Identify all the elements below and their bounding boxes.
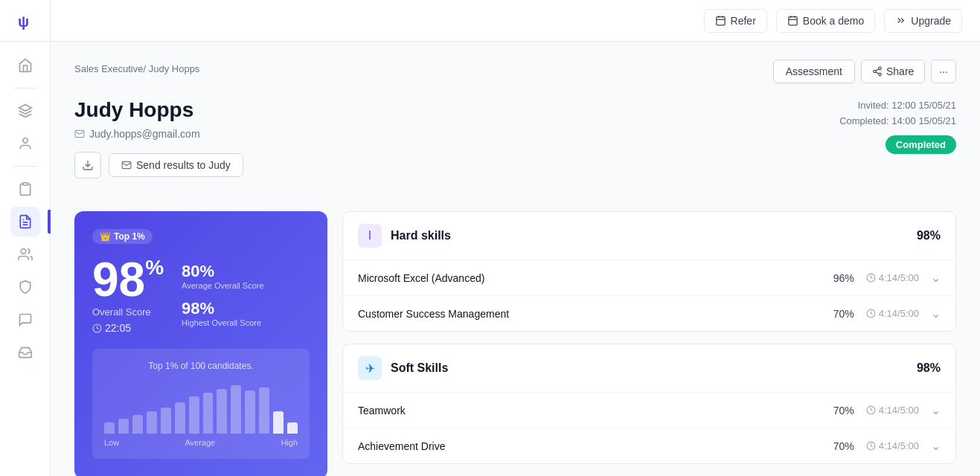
chevron-achievement[interactable]: ⌄ <box>931 439 941 453</box>
sidebar-item-layers[interactable] <box>10 96 40 126</box>
bar-3 <box>147 411 157 434</box>
completed-date: Completed: 14:00 15/05/21 <box>839 114 956 129</box>
soft-skills-section: ✈ Soft Skills 98% Teamwork 70% 4:14/5 <box>342 344 956 464</box>
bar-10 <box>245 390 255 434</box>
email-icon <box>74 129 85 139</box>
download-button[interactable] <box>74 152 101 178</box>
download-icon <box>82 159 94 171</box>
sidebar: ψ <box>0 0 51 476</box>
candidate-status: Invited: 12:00 15/05/21 Completed: 14:00… <box>839 98 956 154</box>
soft-skills-icon: ✈ <box>358 356 382 380</box>
high-score-label: Highest Overall Score <box>182 318 263 327</box>
svg-line-19 <box>876 69 879 71</box>
sidebar-item-inbox[interactable] <box>10 338 40 367</box>
results-section: 👑 Top 1% 98 % Overall Score 22:05 <box>74 211 956 476</box>
refer-label: Refer <box>731 15 756 27</box>
time-icon-teamwork <box>866 405 876 415</box>
bar-4 <box>161 408 171 434</box>
book-demo-label: Book a demo <box>803 15 865 27</box>
sidebar-divider-2 <box>13 166 37 167</box>
chevron-excel[interactable]: ⌄ <box>931 271 941 285</box>
assessment-button[interactable]: Assessment <box>773 60 855 83</box>
refer-button[interactable]: Refer <box>704 9 767 33</box>
bar-7 <box>203 393 214 434</box>
candidate-name: Judy Hopps <box>74 98 243 122</box>
skill-time-csm: 4:14/5:00 <box>866 308 919 319</box>
action-buttons: Send results to Judy <box>74 152 243 178</box>
skill-row-teamwork: Teamwork 70% 4:14/5:00 ⌄ <box>343 393 955 428</box>
dist-title: Top 1% of 100 candidates. <box>104 361 298 371</box>
time-icon-achievement <box>866 441 876 451</box>
bar-12 <box>273 411 284 434</box>
share-button[interactable]: Share <box>861 60 925 83</box>
calendar-icon <box>787 15 798 26</box>
soft-skills-name: Soft Skills <box>391 361 448 375</box>
skill-pct-teamwork: 70% <box>833 405 854 416</box>
bar-6 <box>189 396 199 434</box>
bar-2 <box>132 415 143 434</box>
skill-row-excel: Microsoft Excel (Advanced) 96% 4:14/5:00… <box>343 260 955 296</box>
breadcrumb-text: Sales Executive/ Judy Hopps <box>74 63 199 74</box>
bar-1 <box>118 419 129 434</box>
bar-5 <box>175 402 185 434</box>
status-badge: Completed <box>885 135 956 154</box>
content-area: Sales Executive/ Judy Hopps Assessment S… <box>51 42 980 476</box>
dist-labels: Low Average High <box>104 438 298 447</box>
score-stats: 80% Average Overall Score 98% Highest Ov… <box>182 256 263 327</box>
svg-point-6 <box>21 249 26 254</box>
skill-row-csm: Customer Success Management 70% 4:14/5:0… <box>343 296 955 331</box>
skill-time-excel: 4:14/5:00 <box>866 272 919 283</box>
top-badge: 👑 Top 1% <box>92 229 153 244</box>
score-percent: % <box>145 256 164 280</box>
bar-chart <box>104 382 298 434</box>
topbar: Refer Book a demo Upgrade <box>51 0 980 42</box>
skill-name-csm: Customer Success Management <box>358 308 509 320</box>
meta-info: Invited: 12:00 15/05/21 Completed: 14:00… <box>839 98 956 129</box>
skill-time-achievement: 4:14/5:00 <box>866 440 919 451</box>
skill-name-teamwork: Teamwork <box>358 405 406 416</box>
main-content: Refer Book a demo Upgrade Sales Executiv… <box>51 0 980 476</box>
chevron-csm[interactable]: ⌄ <box>931 306 941 321</box>
invited-date: Invited: 12:00 15/05/21 <box>839 98 956 114</box>
candidate-info: Judy Hopps Judy.hopps@gmail.com Send res… <box>74 98 243 196</box>
skill-pct-achievement: 70% <box>833 440 854 452</box>
more-button[interactable]: ··· <box>931 60 956 83</box>
svg-text:ψ: ψ <box>18 13 29 30</box>
skill-name-excel: Microsoft Excel (Advanced) <box>358 272 484 284</box>
skill-pct-csm: 70% <box>833 308 854 320</box>
soft-skills-header: ✈ Soft Skills 98% <box>343 344 955 393</box>
skill-time-teamwork: 4:14/5:00 <box>866 405 919 416</box>
chevron-teamwork[interactable]: ⌄ <box>931 403 941 417</box>
sidebar-logo[interactable]: ψ <box>0 0 51 42</box>
distribution-section: Top 1% of 100 candidates. Low Average Hi… <box>92 349 310 459</box>
sidebar-item-document[interactable] <box>10 207 40 237</box>
hard-skills-icon: I <box>358 224 382 248</box>
page-header: Judy Hopps Judy.hopps@gmail.com Send res… <box>74 98 956 196</box>
upgrade-icon <box>895 15 906 26</box>
sidebar-item-chat[interactable] <box>10 305 40 335</box>
time-icon-excel <box>866 273 876 283</box>
email-row: Judy.hopps@gmail.com <box>74 128 243 140</box>
high-score-value: 98% <box>182 299 263 318</box>
sidebar-item-shield[interactable] <box>10 272 40 302</box>
svg-point-2 <box>22 138 28 144</box>
svg-rect-7 <box>716 17 724 25</box>
refer-icon <box>715 15 726 26</box>
book-demo-button[interactable]: Book a demo <box>776 9 876 33</box>
avg-score-label: Average Overall Score <box>182 281 263 290</box>
bar-8 <box>217 389 227 434</box>
score-time: 22:05 <box>92 322 164 334</box>
sidebar-item-group[interactable] <box>10 239 40 269</box>
send-results-button[interactable]: Send results to Judy <box>109 153 243 177</box>
sidebar-item-clipboard[interactable] <box>10 174 40 204</box>
svg-marker-1 <box>19 105 31 111</box>
upgrade-button[interactable]: Upgrade <box>884 9 962 33</box>
sidebar-item-user[interactable] <box>10 129 40 158</box>
dist-label-avg: Average <box>185 438 215 447</box>
time-icon-csm <box>866 309 876 318</box>
sidebar-item-home[interactable] <box>10 51 40 80</box>
score-card: 👑 Top 1% 98 % Overall Score 22:05 <box>74 211 327 476</box>
svg-rect-11 <box>789 17 797 25</box>
skills-panel: I Hard skills 98% Microsoft Excel (Advan… <box>342 211 956 464</box>
score-main: 98 % Overall Score 22:05 80% Average Ove… <box>92 256 310 334</box>
